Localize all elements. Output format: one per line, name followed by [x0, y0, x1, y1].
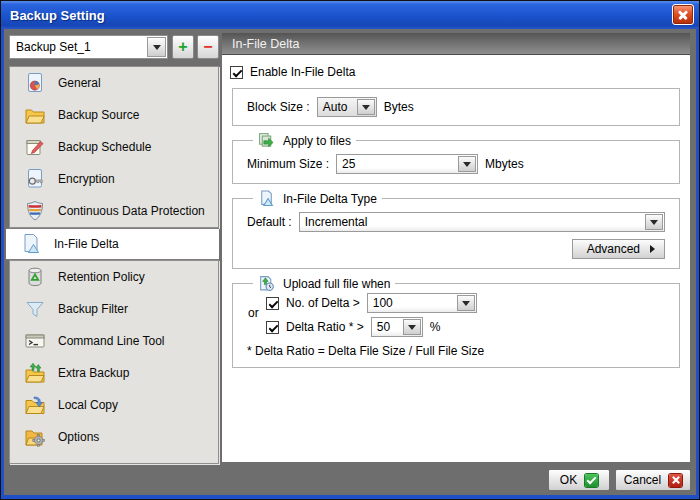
panel-title: In-File Delta	[232, 37, 299, 51]
in-file-delta-type-title: In-File Delta Type	[283, 192, 377, 206]
panel-header: In-File Delta	[222, 33, 690, 55]
apply-to-files-title: Apply to files	[283, 134, 351, 148]
no-of-delta-label: No. of Delta >	[286, 296, 360, 310]
in-file-delta-type-group: In-File Delta Type Default : Incremental…	[232, 190, 680, 269]
sidebar-item-general[interactable]: General	[10, 67, 218, 99]
sidebar-item-label: Continuous Data Protection	[58, 204, 205, 218]
apply-files-icon	[258, 132, 275, 149]
sidebar-item-label: Local Copy	[58, 398, 118, 412]
close-icon[interactable]	[672, 4, 694, 25]
sidebar-item-backup-filter[interactable]: Backup Filter	[10, 293, 218, 325]
panel-body: Enable In-File Delta Block Size : Auto B…	[222, 55, 690, 461]
document-pie-icon	[23, 71, 47, 95]
delta-ratio-checkbox[interactable]	[266, 321, 279, 334]
document-delta-icon	[258, 190, 275, 207]
apply-to-files-group: Apply to files Minimum Size : 25 Mbytes	[232, 132, 680, 184]
default-delta-type-select[interactable]: Incremental	[299, 212, 665, 232]
default-label: Default :	[247, 215, 292, 229]
block-size-select[interactable]: Auto	[317, 97, 377, 117]
recycle-bin-icon	[23, 265, 47, 289]
sidebar-item-label: Encryption	[58, 172, 115, 186]
backup-setting-dialog: Backup Setting Backup Set_1 + − General …	[0, 0, 700, 500]
ok-button[interactable]: OK	[548, 469, 610, 491]
sidebar-item-label: In-File Delta	[54, 237, 119, 251]
ok-button-label: OK	[560, 473, 577, 487]
sidebar-item-label: Backup Source	[58, 108, 139, 122]
upload-full-file-icon	[258, 275, 275, 292]
or-label: or	[248, 306, 259, 320]
sidebar-item-label: Retention Policy	[58, 270, 145, 284]
folder-upload-icon	[23, 361, 47, 385]
default-delta-type-value: Incremental	[300, 215, 644, 229]
sidebar-item-label: Extra Backup	[58, 366, 129, 380]
sidebar-item-label: Backup Schedule	[58, 140, 151, 154]
funnel-icon	[23, 297, 47, 321]
remove-backup-set-button[interactable]: −	[197, 35, 219, 59]
notepad-pencil-icon	[23, 135, 47, 159]
close-icon	[669, 474, 682, 487]
sidebar-item-label: Command Line Tool	[58, 334, 165, 348]
enable-in-file-delta-row: Enable In-File Delta	[230, 65, 682, 79]
sidebar-item-options[interactable]: Options	[10, 421, 218, 453]
sidebar-item-encryption[interactable]: Encryption	[10, 163, 218, 195]
advanced-button[interactable]: Advanced	[572, 239, 665, 259]
upload-full-file-title: Upload full file when	[283, 277, 390, 291]
cancel-button[interactable]: Cancel	[615, 469, 691, 491]
delta-ratio-label: Delta Ratio * >	[286, 320, 364, 334]
no-of-delta-value: 100	[368, 296, 456, 310]
dialog-content: Backup Set_1 + − General Backup Source	[4, 29, 696, 495]
sidebar-item-label: Backup Filter	[58, 302, 128, 316]
apply-to-files-legend: Apply to files	[253, 132, 356, 149]
sidebar-item-local-copy[interactable]: Local Copy	[10, 389, 218, 421]
sidebar-panel-top: General Backup Source Backup Schedule En…	[9, 66, 219, 228]
open-folder-icon	[23, 103, 47, 127]
sidebar-item-extra-backup[interactable]: Extra Backup	[10, 357, 218, 389]
delta-ratio-select[interactable]: 50	[371, 317, 423, 337]
sidebar-item-continuous-data-protection[interactable]: Continuous Data Protection	[10, 195, 218, 227]
minimum-size-label: Minimum Size :	[247, 157, 329, 171]
minimum-size-unit: Mbytes	[485, 157, 524, 171]
block-size-value: Auto	[318, 100, 356, 114]
chevron-right-icon	[650, 245, 655, 253]
chevron-down-icon[interactable]	[357, 99, 375, 115]
enable-in-file-delta-label: Enable In-File Delta	[250, 65, 355, 79]
check-icon	[585, 474, 598, 487]
document-key-icon	[23, 167, 47, 191]
block-size-unit: Bytes	[384, 100, 414, 114]
in-file-delta-type-legend: In-File Delta Type	[253, 190, 382, 207]
block-size-group: Block Size : Auto Bytes	[232, 88, 680, 126]
delta-ratio-unit: %	[430, 320, 441, 334]
document-delta-icon	[19, 232, 43, 256]
dialog-frame: Backup Set_1 + − General Backup Source	[1, 29, 699, 499]
backup-set-select[interactable]: Backup Set_1	[9, 35, 168, 59]
minimum-size-value: 25	[337, 157, 457, 171]
sidebar-item-backup-schedule[interactable]: Backup Schedule	[10, 131, 218, 163]
chevron-down-icon[interactable]	[645, 214, 663, 230]
upload-full-file-group: Upload full file when or No. of Delta > …	[232, 275, 680, 368]
folder-gear-icon	[23, 425, 47, 449]
block-size-label: Block Size :	[247, 100, 310, 114]
backup-set-value: Backup Set_1	[10, 40, 146, 54]
delta-ratio-value: 50	[372, 320, 402, 334]
sidebar-item-label: Options	[58, 430, 99, 444]
sidebar-item-retention-policy[interactable]: Retention Policy	[10, 261, 218, 293]
no-of-delta-checkbox[interactable]	[266, 297, 279, 310]
command-prompt-icon	[23, 329, 47, 353]
main-panel: In-File Delta Enable In-File Delta Block…	[222, 33, 690, 462]
advanced-button-label: Advanced	[587, 242, 640, 256]
minimum-size-select[interactable]: 25	[336, 154, 478, 174]
titlebar[interactable]: Backup Setting	[1, 1, 699, 29]
no-of-delta-select[interactable]: 100	[367, 293, 477, 313]
cancel-button-label: Cancel	[624, 473, 661, 487]
sidebar-item-command-line-tool[interactable]: Command Line Tool	[10, 325, 218, 357]
sidebar-item-in-file-delta[interactable]: In-File Delta	[6, 228, 219, 260]
chevron-down-icon[interactable]	[403, 319, 421, 335]
window-title: Backup Setting	[10, 8, 105, 23]
chevron-down-icon[interactable]	[147, 37, 166, 57]
enable-in-file-delta-checkbox[interactable]	[230, 66, 243, 79]
sidebar-item-label: General	[58, 76, 101, 90]
chevron-down-icon[interactable]	[457, 295, 475, 311]
sidebar-item-backup-source[interactable]: Backup Source	[10, 99, 218, 131]
add-backup-set-button[interactable]: +	[172, 35, 194, 59]
chevron-down-icon[interactable]	[458, 156, 476, 172]
